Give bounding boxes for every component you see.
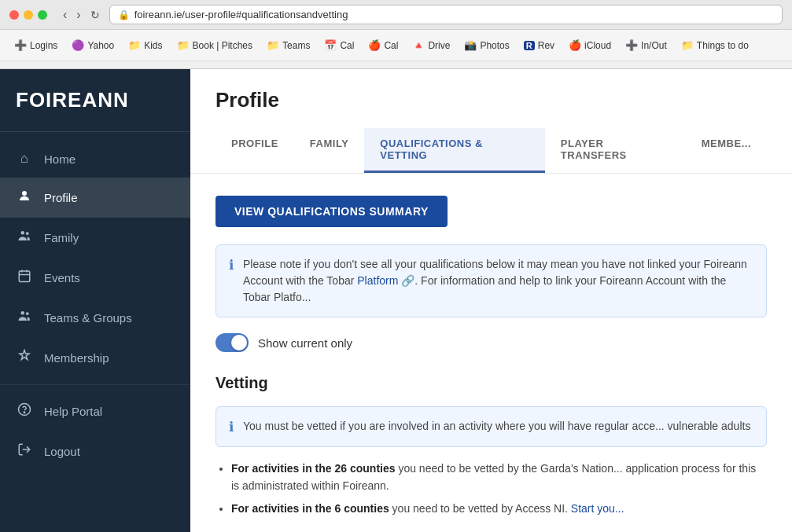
bookmark-label: Book | Pitches — [193, 40, 253, 51]
svg-rect-3 — [19, 271, 30, 282]
svg-point-7 — [21, 311, 25, 315]
bookmark-inout[interactable]: ➕ In/Out — [619, 37, 673, 53]
bullet-6-text: you need to be vetted by Access NI. — [392, 502, 568, 515]
bookmark-label: Cal — [340, 40, 354, 51]
sidebar-item-events[interactable]: Events — [0, 258, 190, 298]
bookmark-label: Photos — [480, 40, 509, 51]
url-text: foireann.ie/user-profile#qualificationsa… — [134, 9, 348, 20]
tab-qualifications[interactable]: QUALIFICATIONS & VETTING — [364, 128, 544, 173]
platform-link[interactable]: Platform 🔗 — [357, 274, 414, 287]
cal-12-icon: 📅 — [324, 39, 337, 51]
maximize-button[interactable] — [38, 10, 47, 20]
toggle-row: Show current only — [215, 333, 767, 352]
vetting-section-title: Vetting — [215, 374, 767, 392]
forward-button[interactable]: › — [73, 6, 83, 24]
view-qualifications-summary-button[interactable]: VIEW QUALIFICATIONS SUMMARY — [215, 196, 448, 227]
bookmark-things-to-do[interactable]: 📁 Things to do — [675, 37, 755, 53]
sidebar-family-label: Family — [44, 231, 79, 244]
svg-point-10 — [24, 412, 25, 413]
show-current-toggle[interactable] — [215, 333, 249, 352]
sidebar-divider — [0, 384, 190, 385]
logins-icon: ➕ — [14, 39, 27, 51]
tab-player-transfers[interactable]: PLAYER TRANSFERS — [545, 128, 686, 173]
bookmark-label: Things to do — [697, 40, 749, 51]
family-icon — [16, 229, 33, 247]
tab-family[interactable]: FAMILY — [294, 128, 364, 173]
sidebar-profile-label: Profile — [44, 191, 78, 204]
logo: FOIREANN — [16, 88, 175, 112]
bookmark-photos[interactable]: 📸 Photos — [458, 37, 515, 53]
inout-icon: ➕ — [625, 39, 638, 51]
sidebar-teams-groups-label: Teams & Groups — [44, 311, 132, 325]
bookmark-logins[interactable]: ➕ Logins — [8, 37, 64, 53]
minimize-button[interactable] — [24, 10, 33, 20]
pitches-icon: 📁 — [177, 39, 190, 51]
bookmark-rev[interactable]: R Rev — [518, 38, 561, 53]
sidebar-nav: ⌂ Home Profile Family Events — [0, 132, 190, 532]
sidebar-item-teams-groups[interactable]: Teams & Groups — [0, 298, 190, 338]
svg-point-8 — [26, 312, 29, 315]
logout-icon — [16, 442, 33, 460]
page-container: FOIREANN ⌂ Home Profile Family — [0, 69, 792, 532]
bookmark-pitches[interactable]: 📁 Book | Pitches — [171, 37, 260, 53]
sidebar-logout-label: Logout — [44, 445, 80, 458]
bookmark-cal-12[interactable]: 📅 Cal — [318, 37, 360, 53]
bookmark-icloud[interactable]: 🍎 iCloud — [562, 37, 617, 53]
bookmark-label: Teams — [282, 40, 310, 51]
events-icon — [16, 269, 33, 287]
window-controls — [9, 10, 47, 20]
bookmark-teams[interactable]: 📁 Teams — [260, 37, 316, 53]
sidebar: FOIREANN ⌂ Home Profile Family — [0, 69, 190, 532]
svg-point-2 — [26, 232, 29, 235]
bullet-26-bold: For activities in the 26 counties — [231, 462, 396, 475]
start-you-link[interactable]: Start you... — [571, 502, 624, 515]
logo-area: FOIREANN — [0, 69, 190, 132]
vetting-bullets: For activities in the 26 counties you ne… — [215, 460, 767, 517]
main-content: Profile PROFILE FAMILY QUALIFICATIONS & … — [190, 69, 792, 532]
tab-profile[interactable]: PROFILE — [215, 128, 294, 173]
address-bar[interactable]: 🔒 foireann.ie/user-profile#qualification… — [109, 5, 783, 24]
vetting-info-box: ℹ You must be vetted if you are involved… — [215, 406, 767, 447]
vetting-bullet-26: For activities in the 26 counties you ne… — [231, 460, 767, 495]
sidebar-item-family[interactable]: Family — [0, 218, 190, 258]
vetting-info-icon: ℹ — [229, 419, 234, 435]
membership-icon — [16, 349, 33, 367]
bookmark-label: Drive — [428, 40, 450, 51]
sidebar-events-label: Events — [44, 271, 80, 284]
bookmark-kids[interactable]: 📁 Kids — [122, 37, 168, 53]
sidebar-item-logout[interactable]: Logout — [0, 431, 190, 471]
bookmark-drive[interactable]: 🔺 Drive — [406, 37, 456, 53]
bookmark-yahoo[interactable]: 🟣 Yahoo — [65, 37, 120, 53]
sidebar-item-membership[interactable]: Membership — [0, 338, 190, 378]
lock-icon: 🔒 — [118, 9, 130, 20]
home-icon: ⌂ — [16, 151, 33, 167]
sidebar-item-profile[interactable]: Profile — [0, 178, 190, 218]
profile-icon — [16, 189, 33, 207]
page-header: Profile PROFILE FAMILY QUALIFICATIONS & … — [190, 69, 792, 174]
yahoo-icon: 🟣 — [72, 39, 84, 51]
tabs-row: PROFILE FAMILY QUALIFICATIONS & VETTING … — [215, 128, 767, 173]
teams-groups-icon — [16, 309, 33, 327]
vetting-bullet-6: For activities in the 6 counties you nee… — [231, 500, 767, 517]
close-button[interactable] — [9, 10, 19, 20]
page-title: Profile — [215, 88, 767, 112]
things-to-do-icon: 📁 — [681, 39, 694, 51]
bookmark-label: In/Out — [641, 40, 667, 51]
toggle-knob — [231, 335, 247, 350]
help-icon — [16, 402, 33, 420]
bookmark-cal-apple[interactable]: 🍎 Cal — [362, 37, 404, 53]
sidebar-home-label: Home — [44, 152, 76, 166]
icloud-icon: 🍎 — [569, 39, 581, 51]
refresh-button[interactable]: ↻ — [87, 6, 103, 24]
toggle-label: Show current only — [258, 336, 352, 350]
cal-apple-icon: 🍎 — [368, 39, 381, 51]
sidebar-item-home[interactable]: ⌂ Home — [0, 140, 190, 178]
photos-icon: 📸 — [464, 39, 477, 51]
sidebar-membership-label: Membership — [44, 351, 109, 365]
back-button[interactable]: ‹ — [60, 6, 70, 24]
svg-point-1 — [21, 231, 25, 235]
sidebar-item-help-portal[interactable]: Help Portal — [0, 391, 190, 431]
bookmark-label: Yahoo — [87, 40, 114, 51]
tab-membe[interactable]: MEMBE... — [686, 128, 767, 173]
bookmark-label: Logins — [30, 40, 57, 51]
